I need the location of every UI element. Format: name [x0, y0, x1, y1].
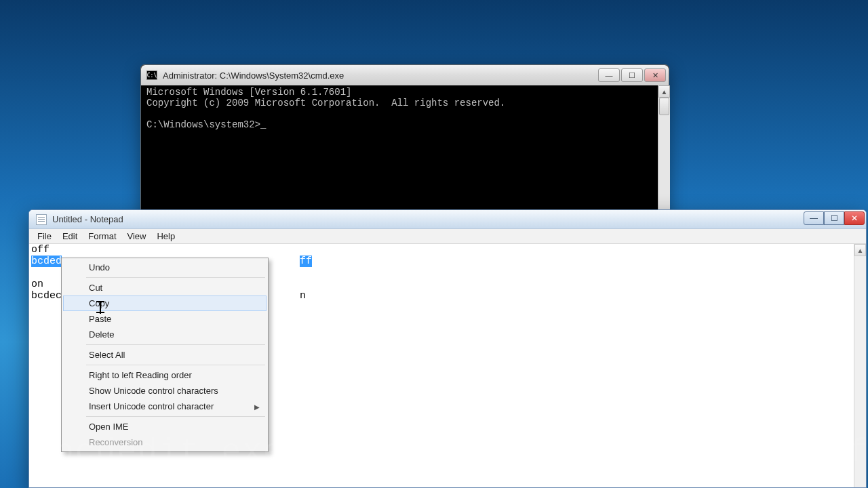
ctx-separator	[86, 277, 265, 278]
cmd-cursor: _	[260, 119, 266, 130]
text-line-selected: bcded	[31, 256, 62, 267]
notepad-close-button[interactable]: ✕	[844, 211, 865, 225]
menu-format[interactable]: Format	[83, 230, 121, 243]
menu-file[interactable]: File	[32, 230, 57, 243]
scroll-thumb[interactable]	[659, 98, 669, 115]
menu-help[interactable]: Help	[151, 230, 180, 243]
notepad-menubar: File Edit Format View Help	[29, 229, 866, 244]
cmd-maximize-button[interactable]: ☐	[621, 68, 643, 82]
menu-edit[interactable]: Edit	[57, 230, 83, 243]
ctx-undo[interactable]: Undo	[63, 260, 267, 275]
scroll-up-icon[interactable]: ▲	[658, 85, 670, 98]
ctx-paste[interactable]: Paste	[63, 311, 267, 327]
notepad-title: Untitled - Notepad	[52, 214, 123, 224]
ctx-reconversion: Reconversion	[63, 434, 267, 450]
cmd-icon: C:\	[146, 70, 157, 80]
ctx-delete[interactable]: Delete	[63, 327, 267, 342]
text-line: on	[31, 279, 43, 290]
menu-view[interactable]: View	[122, 230, 152, 243]
text-line: off	[31, 244, 50, 256]
ctx-separator	[86, 416, 265, 417]
ctx-label: Insert Unicode control character	[89, 401, 214, 411]
submenu-arrow-icon: ▶	[254, 403, 260, 410]
cmd-line: Microsoft Windows [Version 6.1.7601]	[146, 87, 351, 98]
ctx-show-unicode[interactable]: Show Unicode control characters	[63, 383, 267, 399]
cmd-close-button[interactable]: ✕	[644, 68, 666, 82]
notepad-icon	[36, 214, 47, 225]
cmd-line: Copyright (c) 2009 Microsoft Corporation…	[146, 98, 505, 108]
ctx-open-ime[interactable]: Open IME	[63, 419, 267, 434]
context-menu: Undo Cut Copy Paste Delete Select All Ri…	[61, 258, 269, 452]
ctx-cut[interactable]: Cut	[63, 280, 267, 296]
notepad-maximize-button[interactable]: ☐	[824, 211, 844, 225]
text-line-selected: ff	[300, 256, 312, 267]
cmd-prompt: C:\Windows\system32>	[146, 119, 260, 130]
ctx-separator	[86, 365, 265, 365]
ctx-separator	[86, 344, 265, 345]
notepad-scrollbar[interactable]: ▲	[854, 244, 866, 487]
ctx-rtl-reading[interactable]: Right to left Reading order	[63, 367, 267, 383]
ctx-copy[interactable]: Copy	[63, 296, 267, 311]
cmd-minimize-button[interactable]: —	[598, 68, 620, 82]
ctx-select-all[interactable]: Select All	[63, 347, 267, 363]
notepad-minimize-button[interactable]: —	[804, 211, 824, 225]
cmd-title: Administrator: C:\Windows\System32\cmd.e…	[163, 70, 598, 81]
ctx-insert-unicode[interactable]: Insert Unicode control character ▶	[63, 399, 267, 414]
notepad-titlebar[interactable]: Untitled - Notepad — ☐ ✕	[29, 210, 866, 229]
cmd-titlebar[interactable]: C:\ Administrator: C:\Windows\System32\c…	[141, 65, 669, 85]
scroll-up-icon[interactable]: ▲	[854, 244, 866, 256]
